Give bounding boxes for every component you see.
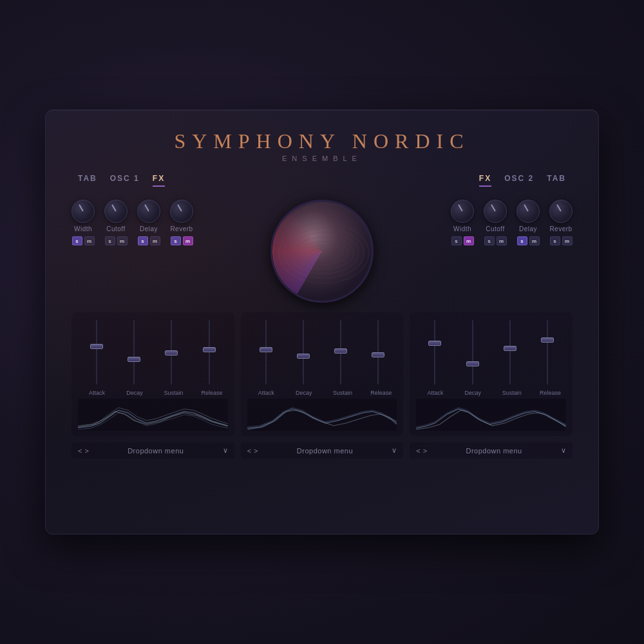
fader-handle-release-1[interactable] — [203, 347, 216, 352]
fader-track-decay-2[interactable] — [303, 320, 304, 384]
solo-btn-width-right[interactable]: s — [451, 236, 462, 245]
plugin-title: SYMPHONY NORDIC — [71, 129, 573, 153]
fader-handle-attack-2[interactable] — [260, 347, 272, 352]
mute-btn-width-right[interactable]: m — [464, 236, 474, 245]
fader-decay-2 — [296, 320, 311, 384]
fader-handle-sustain-3[interactable] — [504, 346, 516, 351]
bottom-bar: < > Dropdown menu ∨ < > Dropdown menu ∨ … — [71, 442, 573, 459]
fader-track-release-2[interactable] — [377, 320, 379, 384]
mute-btn-delay-right[interactable]: m — [529, 236, 540, 245]
solo-btn-reverb-right[interactable]: s — [550, 236, 560, 245]
waveform-2 — [247, 399, 397, 431]
fader-track-attack-1[interactable] — [96, 320, 97, 384]
prev-arrow-1[interactable]: < — [78, 447, 82, 455]
knob-group-width-right: Width s m — [451, 200, 474, 245]
dropdown-chevron-2[interactable]: ∨ — [392, 446, 397, 455]
envelope-group-1: Attack Decay Sustain Release — [71, 312, 234, 436]
solo-btn-delay-right[interactable]: s — [517, 236, 527, 245]
fader-row-2 — [247, 320, 397, 384]
knob-width-right[interactable] — [451, 200, 474, 223]
label-decay-3: Decay — [465, 390, 480, 396]
fader-handle-sustain-1[interactable] — [165, 350, 178, 355]
solo-btn-width-left[interactable]: s — [72, 236, 82, 245]
fader-handle-release-2[interactable] — [372, 352, 384, 357]
fader-track-decay-3[interactable] — [472, 320, 473, 384]
solo-btn-reverb-left[interactable]: s — [171, 236, 181, 245]
fader-attack-2 — [258, 320, 274, 384]
fader-release-2 — [370, 320, 386, 384]
knob-reverb-left[interactable] — [170, 200, 193, 223]
label-delay-left: Delay — [140, 225, 158, 232]
mute-btn-cutoff-left[interactable]: m — [117, 236, 128, 245]
fader-handle-decay-1[interactable] — [128, 357, 140, 362]
label-cutoff-right: Cutoff — [486, 225, 505, 232]
fader-track-sustain-2[interactable] — [340, 320, 341, 384]
fader-handle-attack-1[interactable] — [90, 344, 103, 349]
prev-arrow-3[interactable]: < — [416, 447, 420, 455]
dropdown-label-3: Dropdown menu — [432, 447, 556, 455]
env-labels-3: Attack Decay Sustain Release — [416, 390, 566, 396]
mute-btn-reverb-right[interactable]: m — [562, 236, 573, 245]
mute-btn-cutoff-right[interactable]: m — [497, 236, 507, 245]
fader-track-release-1[interactable] — [209, 320, 210, 384]
nav-group-right: FX OSC 2 TAB — [479, 174, 566, 187]
knob-delay-right[interactable] — [516, 200, 540, 223]
knob-width-left[interactable] — [71, 200, 95, 223]
tab-osc1[interactable]: OSC 1 — [110, 174, 140, 187]
sm-buttons-width-left: s m — [72, 236, 95, 245]
fader-sustain-3 — [502, 320, 518, 384]
nav-group-left: TAB OSC 1 FX — [78, 174, 165, 187]
nav-arrows-3: < > — [416, 447, 427, 455]
prev-arrow-2[interactable]: < — [247, 447, 251, 455]
nav-arrows-1: < > — [78, 447, 89, 455]
fader-handle-sustain-2[interactable] — [334, 348, 347, 354]
solo-btn-cutoff-right[interactable]: s — [484, 236, 495, 245]
tab-right-tab[interactable]: TAB — [547, 174, 566, 187]
mute-btn-delay-left[interactable]: m — [150, 236, 160, 245]
fader-handle-decay-2[interactable] — [297, 354, 310, 359]
mute-btn-width-left[interactable]: m — [84, 236, 95, 245]
tab-left-tab[interactable]: TAB — [78, 174, 97, 187]
knob-delay-left[interactable] — [137, 200, 160, 223]
knob-cutoff-right[interactable] — [484, 200, 507, 223]
knob-group-cutoff-left: Cutoff s m — [104, 200, 128, 245]
fader-sustain-2 — [333, 320, 348, 384]
fader-track-attack-2[interactable] — [265, 320, 267, 384]
fader-handle-release-3[interactable] — [541, 337, 554, 343]
label-reverb-right: Reverb — [549, 225, 572, 232]
label-sustain-2: Sustain — [333, 390, 348, 396]
tab-fx-left[interactable]: FX — [153, 174, 165, 187]
fader-track-release-3[interactable] — [547, 320, 548, 384]
controls-right: Width s m Cutoff s m Delay s m — [451, 200, 573, 245]
fader-track-decay-1[interactable] — [133, 320, 135, 384]
label-decay-1: Decay — [126, 390, 142, 396]
mute-btn-reverb-left[interactable]: m — [183, 236, 193, 245]
fader-track-sustain-1[interactable] — [171, 320, 172, 384]
next-arrow-2[interactable]: > — [254, 447, 258, 455]
knob-cutoff-left[interactable] — [104, 200, 128, 223]
fader-handle-decay-3[interactable] — [466, 361, 479, 366]
next-arrow-3[interactable]: > — [423, 447, 427, 455]
svg-point-0 — [274, 203, 372, 301]
waveform-3 — [416, 399, 566, 431]
fader-track-sustain-3[interactable] — [509, 320, 511, 384]
next-arrow-1[interactable]: > — [84, 447, 88, 455]
dropdown-group-3: < > Dropdown menu ∨ — [410, 442, 573, 459]
knob-group-reverb-left: Reverb s m — [170, 200, 193, 245]
label-width-left: Width — [74, 225, 92, 232]
dropdown-chevron-3[interactable]: ∨ — [561, 446, 566, 455]
tab-osc2[interactable]: OSC 2 — [504, 174, 534, 187]
fader-handle-attack-3[interactable] — [428, 341, 441, 346]
envelope-group-3: Attack Decay Sustain Release — [410, 312, 573, 436]
fader-track-attack-3[interactable] — [434, 320, 435, 384]
solo-btn-cutoff-left[interactable]: s — [105, 236, 115, 245]
fader-row-3 — [416, 320, 566, 384]
solo-btn-delay-left[interactable]: s — [138, 236, 148, 245]
sm-buttons-delay-right: s m — [517, 236, 540, 245]
dropdown-chevron-1[interactable]: ∨ — [223, 446, 228, 455]
fader-attack-3 — [427, 320, 442, 384]
knob-group-delay-right: Delay s m — [516, 200, 540, 245]
knob-reverb-right[interactable] — [549, 200, 573, 223]
tab-fx-right[interactable]: FX — [479, 174, 491, 187]
center-master-knob[interactable] — [270, 200, 374, 303]
